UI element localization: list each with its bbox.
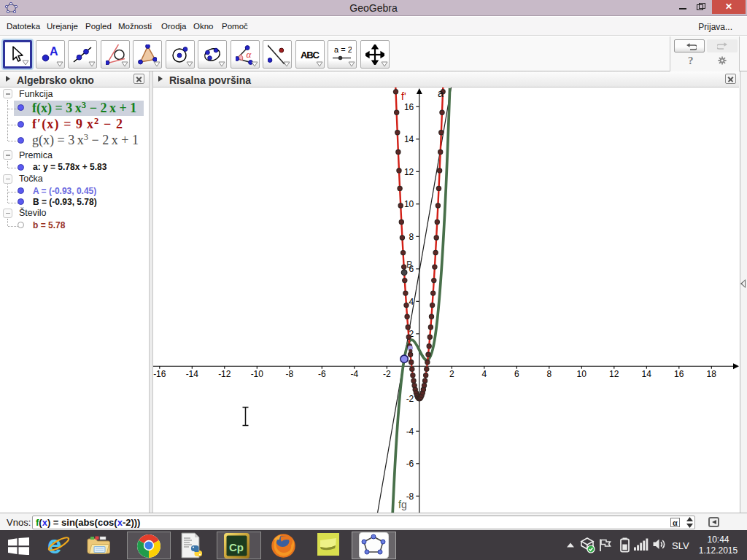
svg-text:Cp: Cp bbox=[229, 541, 244, 553]
svg-text:A: A bbox=[50, 45, 58, 58]
svg-text:ABC: ABC bbox=[301, 50, 320, 61]
svg-text:α: α bbox=[246, 49, 252, 60]
svg-text:-6: -6 bbox=[318, 369, 326, 379]
svg-text:16: 16 bbox=[674, 369, 684, 379]
svg-text:14: 14 bbox=[642, 369, 652, 379]
svg-text:2: 2 bbox=[449, 369, 454, 379]
svg-text:-16: -16 bbox=[153, 369, 166, 379]
svg-text:-4: -4 bbox=[406, 427, 414, 437]
svg-text:B: B bbox=[406, 259, 413, 270]
svg-text:10: 10 bbox=[404, 199, 414, 209]
svg-text:4: 4 bbox=[481, 369, 487, 379]
svg-text:-8: -8 bbox=[285, 369, 293, 379]
svg-text:-4: -4 bbox=[350, 369, 358, 379]
svg-text:-2: -2 bbox=[383, 369, 391, 379]
svg-text:6: 6 bbox=[514, 369, 519, 379]
svg-text:-10: -10 bbox=[251, 369, 264, 379]
svg-text:g: g bbox=[401, 499, 407, 510]
svg-text:a = 2: a = 2 bbox=[334, 45, 352, 54]
svg-text:18: 18 bbox=[707, 369, 717, 379]
svg-text:-6: -6 bbox=[406, 459, 414, 469]
svg-text:-2: -2 bbox=[406, 394, 414, 404]
svg-text:f': f' bbox=[401, 90, 406, 102]
svg-text:-12: -12 bbox=[218, 369, 231, 379]
svg-text:14: 14 bbox=[404, 134, 414, 144]
svg-text:12: 12 bbox=[404, 167, 414, 177]
svg-text:8: 8 bbox=[546, 369, 551, 379]
svg-text:a: a bbox=[438, 88, 444, 99]
svg-text:8: 8 bbox=[409, 232, 414, 242]
svg-text:10: 10 bbox=[577, 369, 587, 379]
svg-text:-14: -14 bbox=[186, 369, 199, 379]
svg-text:-8: -8 bbox=[406, 491, 414, 502]
svg-text:e: e bbox=[47, 532, 61, 558]
svg-text:12: 12 bbox=[609, 369, 619, 379]
svg-text:16: 16 bbox=[404, 102, 414, 112]
